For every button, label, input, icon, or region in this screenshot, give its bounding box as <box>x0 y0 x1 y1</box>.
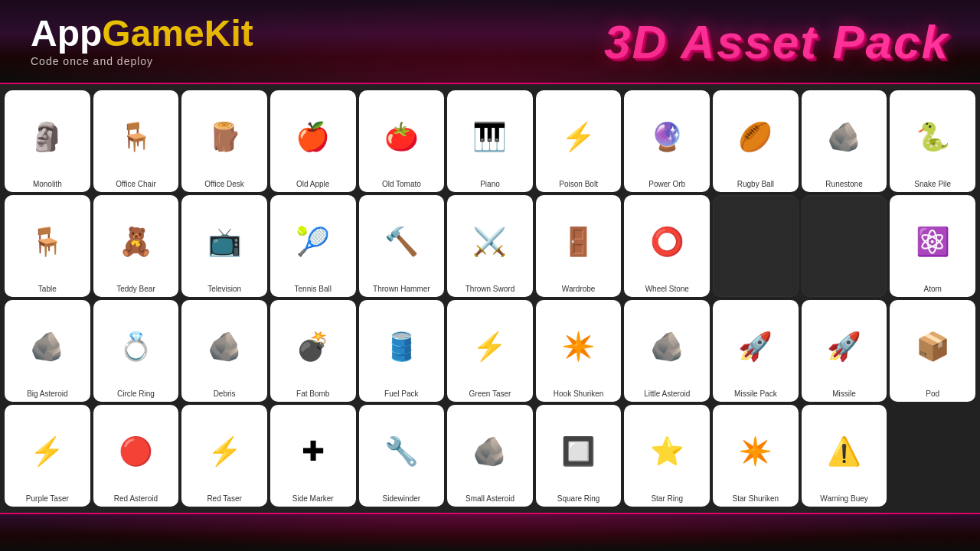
asset-icon-small-asteroid: 🪨 <box>450 409 530 493</box>
asset-item-old-tomato[interactable]: 🍅Old Tomato <box>359 90 445 192</box>
asset-icon-hook-shuriken: ✴️ <box>539 305 619 388</box>
asset-item-little-asteroid[interactable]: 🪨Little Asteroid <box>624 300 710 402</box>
asset-item-missile[interactable]: 🚀Missile <box>802 300 887 402</box>
asset-icon-runestone: 🪨 <box>805 95 884 178</box>
asset-item-power-orb[interactable]: 🔮Power Orb <box>624 90 710 192</box>
asset-icon-teddy-bear: 🧸 <box>96 200 176 283</box>
asset-item-thrown-sword[interactable]: ⚔️Thrown Sword <box>447 195 533 297</box>
asset-icon-thrown-sword: ⚔️ <box>450 200 530 283</box>
asset-item-runestone[interactable]: 🪨Runestone <box>802 90 887 192</box>
asset-item-debris[interactable]: 🪨Debris <box>181 300 267 402</box>
asset-icon-sidewinder: 🔧 <box>362 409 442 493</box>
logo-app: App <box>31 13 102 54</box>
asset-item-star-ring[interactable]: ⭐Star Ring <box>624 405 710 507</box>
asset-icon-office-chair: 🪑 <box>96 95 176 178</box>
asset-item-atom[interactable]: ⚛️Atom <box>890 195 975 297</box>
asset-label-wheel-stone: Wheel Stone <box>627 285 707 294</box>
asset-item-office-desk[interactable]: 🪵Office Desk <box>181 90 267 192</box>
asset-item-wheel-stone[interactable]: ⭕Wheel Stone <box>624 195 710 297</box>
asset-label-star-ring: Star Ring <box>627 494 707 504</box>
asset-item-green-taser[interactable]: ⚡Green Taser <box>447 300 533 402</box>
asset-item-red-taser[interactable]: ⚡Red Taser <box>181 405 267 507</box>
asset-label-teddy-bear: Teddy Bear <box>96 285 176 294</box>
asset-icon-wheel-stone: ⭕ <box>627 200 707 283</box>
asset-item-purple-taser[interactable]: ⚡Purple Taser <box>5 405 90 507</box>
asset-label-piano: Piano <box>450 180 530 189</box>
asset-label-red-taser: Red Taser <box>185 494 264 504</box>
asset-icon-monolith: 🗿 <box>8 95 87 178</box>
asset-item-tennis-ball[interactable]: 🎾Tennis Ball <box>270 195 356 297</box>
asset-item-empty2[interactable] <box>802 195 887 297</box>
logo-area: AppGameKit Code once and deploy <box>31 15 253 67</box>
asset-item-pod[interactable]: 📦Pod <box>890 300 975 402</box>
asset-icon-fat-bomb: 💣 <box>273 305 353 388</box>
asset-label-wardrobe: Wardrobe <box>539 285 619 294</box>
asset-icon-warning-buey: ⚠️ <box>805 409 884 493</box>
asset-icon-rugby-ball: 🏉 <box>716 95 795 178</box>
asset-item-monolith[interactable]: 🗿Monolith <box>5 90 90 192</box>
asset-icon-little-asteroid: 🪨 <box>627 305 707 388</box>
asset-label-old-tomato: Old Tomato <box>362 180 442 189</box>
page-wrapper: AppGameKit Code once and deploy 3D Asset… <box>0 0 980 551</box>
header: AppGameKit Code once and deploy 3D Asset… <box>0 0 980 84</box>
asset-item-big-asteroid[interactable]: 🪨Big Asteroid <box>5 300 90 402</box>
asset-item-snake-pile[interactable]: 🐍Snake Pile <box>890 90 975 192</box>
asset-item-television[interactable]: 📺Television <box>181 195 267 297</box>
asset-item-side-marker[interactable]: ✚Side Marker <box>270 405 356 507</box>
asset-item-empty1[interactable] <box>713 195 799 297</box>
asset-item-thrown-hammer[interactable]: 🔨Thrown Hammer <box>359 195 445 297</box>
asset-icon-debris: 🪨 <box>185 305 264 388</box>
logo-gamekit: GameKit <box>102 13 253 54</box>
asset-label-tennis-ball: Tennis Ball <box>273 285 353 294</box>
asset-label-star-shuriken: Star Shuriken <box>716 494 795 504</box>
page-title: 3D Asset Pack <box>604 15 949 69</box>
asset-item-sidewinder[interactable]: 🔧Sidewinder <box>359 405 445 507</box>
asset-label-thrown-sword: Thrown Sword <box>450 285 530 294</box>
asset-label-side-marker: Side Marker <box>273 494 353 504</box>
asset-icon-old-apple: 🍎 <box>273 95 353 178</box>
asset-item-poison-bolt[interactable]: ⚡Poison Bolt <box>536 90 622 192</box>
asset-icon-red-taser: ⚡ <box>185 409 264 493</box>
asset-label-atom: Atom <box>893 285 972 294</box>
asset-item-table[interactable]: 🪑Table <box>5 195 90 297</box>
asset-label-office-chair: Office Chair <box>96 180 176 189</box>
asset-label-poison-bolt: Poison Bolt <box>539 180 619 189</box>
asset-label-runestone: Runestone <box>805 180 884 189</box>
asset-item-rugby-ball[interactable]: 🏉Rugby Ball <box>713 90 799 192</box>
asset-item-small-asteroid[interactable]: 🪨Small Asteroid <box>447 405 533 507</box>
asset-item-warning-buey[interactable]: ⚠️Warning Buey <box>802 405 887 507</box>
asset-item-star-shuriken[interactable]: ✴️Star Shuriken <box>713 405 799 507</box>
asset-item-piano[interactable]: 🎹Piano <box>447 90 533 192</box>
asset-item-wardrobe[interactable]: 🚪Wardrobe <box>536 195 622 297</box>
asset-label-warning-buey: Warning Buey <box>805 494 884 504</box>
asset-icon-wardrobe: 🚪 <box>539 200 619 283</box>
logo-text: AppGameKit <box>31 15 253 52</box>
asset-label-thrown-hammer: Thrown Hammer <box>362 285 442 294</box>
asset-icon-missile-pack: 🚀 <box>716 305 795 388</box>
asset-icon-snake-pile: 🐍 <box>893 95 972 178</box>
asset-item-old-apple[interactable]: 🍎Old Apple <box>270 90 356 192</box>
asset-label-power-orb: Power Orb <box>627 180 707 189</box>
asset-label-fuel-pack: Fuel Pack <box>362 390 442 399</box>
asset-item-office-chair[interactable]: 🪑Office Chair <box>93 90 179 192</box>
asset-icon-circle-ring: 💍 <box>96 305 176 388</box>
asset-icon-atom: ⚛️ <box>893 200 972 283</box>
asset-icon-poison-bolt: ⚡ <box>539 95 619 178</box>
asset-item-hook-shuriken[interactable]: ✴️Hook Shuriken <box>536 300 622 402</box>
asset-icon-star-shuriken: ✴️ <box>716 409 795 493</box>
asset-item-red-asteroid[interactable]: 🔴Red Asteroid <box>93 405 179 507</box>
asset-item-square-ring[interactable]: 🔲Square Ring <box>536 405 622 507</box>
asset-label-sidewinder: Sidewinder <box>362 494 442 504</box>
asset-item-circle-ring[interactable]: 💍Circle Ring <box>93 300 179 402</box>
asset-icon-fuel-pack: 🛢️ <box>362 305 442 388</box>
asset-label-television: Television <box>185 285 264 294</box>
asset-label-green-taser: Green Taser <box>450 390 530 399</box>
asset-label-rugby-ball: Rugby Ball <box>716 180 795 189</box>
asset-item-missile-pack[interactable]: 🚀Missile Pack <box>713 300 799 402</box>
asset-icon-green-taser: ⚡ <box>450 305 530 388</box>
asset-grid: 🗿Monolith🪑Office Chair🪵Office Desk🍎Old A… <box>0 84 980 513</box>
asset-item-fat-bomb[interactable]: 💣Fat Bomb <box>270 300 356 402</box>
asset-item-teddy-bear[interactable]: 🧸Teddy Bear <box>93 195 179 297</box>
asset-item-fuel-pack[interactable]: 🛢️Fuel Pack <box>359 300 445 402</box>
asset-label-office-desk: Office Desk <box>185 180 264 189</box>
